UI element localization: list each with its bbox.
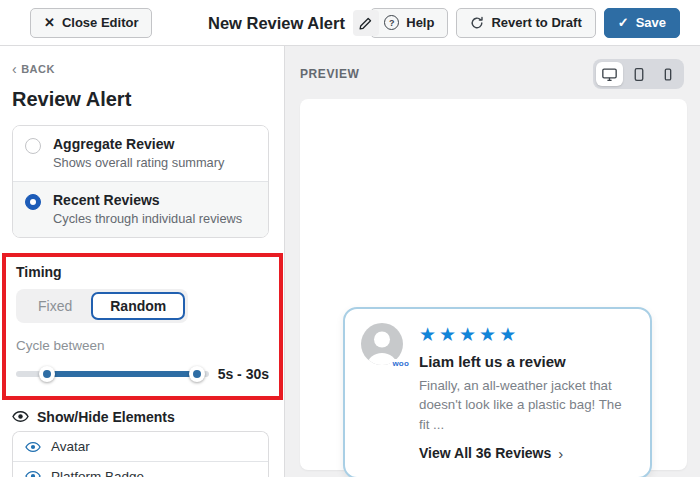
- eye-icon[interactable]: [25, 439, 41, 455]
- save-label: Save: [636, 15, 666, 30]
- help-button[interactable]: ? Help: [370, 8, 448, 38]
- slider-handle-min[interactable]: [39, 366, 55, 382]
- revert-label: Revert to Draft: [491, 15, 581, 30]
- excerpt-line: doesn't look like a plastic bag! The fit…: [419, 395, 634, 434]
- reviewer-avatar: woo: [361, 323, 403, 365]
- save-button[interactable]: ✓ Save: [604, 8, 680, 38]
- timing-section-highlighted: Timing Fixed Random Cycle between 5s - 3…: [2, 253, 283, 400]
- back-label: BACK: [21, 63, 55, 75]
- cycle-between-label: Cycle between: [16, 338, 269, 353]
- timing-label: Timing: [16, 264, 269, 280]
- view-all-reviews-link[interactable]: View All 36 Reviews ›: [419, 445, 634, 462]
- slider-fill: [47, 371, 197, 377]
- chevron-right-icon: ›: [558, 445, 563, 462]
- eye-icon: [12, 408, 29, 425]
- timing-fixed-button[interactable]: Fixed: [19, 292, 91, 320]
- timing-random-button[interactable]: Random: [91, 292, 185, 320]
- preview-panel: woo ★★★★★ Liam left us a review Finally,…: [300, 99, 687, 470]
- element-label: Platform Badge: [51, 469, 144, 477]
- help-icon: ?: [384, 15, 399, 30]
- preview-header: PREVIEW: [285, 46, 700, 99]
- review-title: Liam left us a review: [419, 353, 634, 370]
- device-tablet-button[interactable]: [625, 62, 652, 86]
- option-description: Cycles through individual reviews: [53, 211, 242, 226]
- element-row-avatar[interactable]: Avatar: [13, 432, 268, 461]
- element-row-platform-badge[interactable]: Platform Badge: [13, 461, 268, 477]
- back-link[interactable]: ‹ BACK: [12, 63, 55, 75]
- page-title: New Review Alert: [208, 14, 345, 33]
- settings-sidebar: ‹ BACK Review Alert Aggregate Review Sho…: [0, 46, 285, 477]
- cycle-range-slider[interactable]: [16, 366, 209, 382]
- option-recent-reviews[interactable]: Recent Reviews Cycles through individual…: [13, 181, 268, 237]
- sidebar-heading: Review Alert: [12, 88, 272, 111]
- tablet-icon: [632, 67, 646, 82]
- close-icon: ✕: [44, 15, 55, 30]
- preview-area: PREVIEW: [285, 46, 700, 477]
- topbar-actions: ? Help Revert to Draft ✓ Save: [370, 8, 680, 38]
- option-aggregate-review[interactable]: Aggregate Review Shows overall rating su…: [13, 126, 268, 181]
- revert-icon: [470, 16, 484, 30]
- radio-unselected-icon[interactable]: [25, 138, 41, 154]
- main-area: ‹ BACK Review Alert Aggregate Review Sho…: [0, 46, 700, 477]
- slider-handle-max[interactable]: [189, 366, 205, 382]
- show-hide-label: Show/Hide Elements: [37, 409, 175, 425]
- show-hide-elements-card: Avatar Platform Badge Rating: [12, 431, 269, 477]
- cycle-slider-row: 5s - 30s: [16, 366, 269, 382]
- option-text: Aggregate Review Shows overall rating su…: [53, 136, 224, 170]
- desktop-icon: [601, 67, 618, 82]
- title-group: New Review Alert: [208, 0, 379, 46]
- help-label: Help: [406, 15, 434, 30]
- option-title: Recent Reviews: [53, 192, 242, 208]
- close-editor-button[interactable]: ✕ Close Editor: [30, 8, 152, 38]
- close-editor-label: Close Editor: [62, 15, 139, 30]
- option-text: Recent Reviews Cycles through individual…: [53, 192, 242, 226]
- check-icon: ✓: [618, 15, 629, 30]
- top-bar: ✕ Close Editor New Review Alert ? Help R…: [0, 0, 700, 46]
- star-rating: ★★★★★: [419, 325, 634, 344]
- radio-selected-icon[interactable]: [25, 194, 41, 210]
- edit-title-button[interactable]: [353, 10, 379, 36]
- revert-to-draft-button[interactable]: Revert to Draft: [456, 8, 595, 38]
- review-excerpt: Finally, an all-weather jacket that does…: [419, 376, 634, 434]
- excerpt-line: Finally, an all-weather jacket that: [419, 376, 634, 395]
- device-mobile-button[interactable]: [654, 62, 681, 86]
- review-content: ★★★★★ Liam left us a review Finally, an …: [419, 323, 634, 462]
- pencil-icon: [359, 17, 372, 30]
- alert-type-card: Aggregate Review Shows overall rating su…: [12, 125, 269, 238]
- show-hide-header: Show/Hide Elements: [12, 408, 272, 425]
- mobile-icon: [662, 67, 674, 82]
- timing-toggle-group: Fixed Random: [16, 289, 188, 323]
- device-toggle-group: [593, 59, 684, 89]
- preview-label: PREVIEW: [300, 67, 360, 81]
- cycle-value: 5s - 30s: [218, 366, 269, 382]
- option-title: Aggregate Review: [53, 136, 224, 152]
- platform-badge-woo: woo: [390, 359, 411, 368]
- option-description: Shows overall rating summary: [53, 155, 224, 170]
- eye-icon[interactable]: [25, 468, 41, 477]
- view-all-label: View All 36 Reviews: [419, 445, 551, 461]
- device-desktop-button[interactable]: [596, 62, 623, 86]
- chevron-left-icon: ‹: [12, 64, 17, 74]
- element-label: Avatar: [51, 439, 90, 454]
- review-alert-card: woo ★★★★★ Liam left us a review Finally,…: [343, 307, 652, 477]
